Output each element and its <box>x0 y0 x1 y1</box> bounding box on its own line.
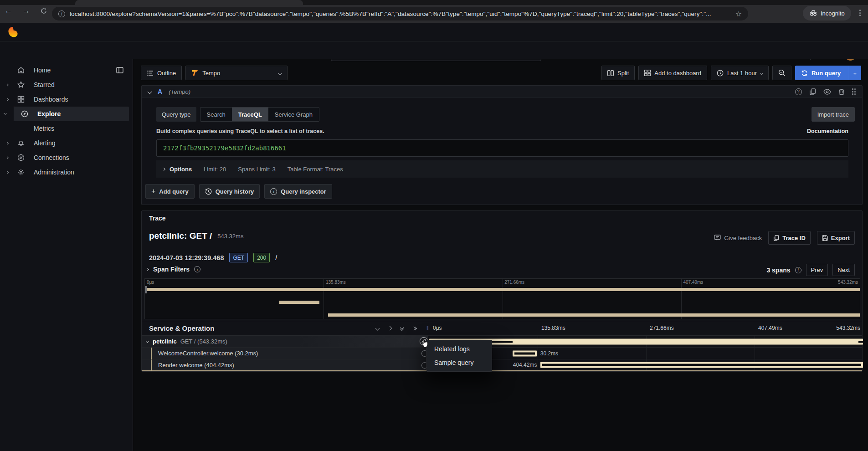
import-trace-button[interactable]: Import trace <box>812 107 855 122</box>
span-count: 3 spans <box>766 266 790 274</box>
minimap-tick: 407.49ms <box>683 280 703 285</box>
trace-panel: Trace petclinic: GET / 543.32ms Give fee… <box>141 210 863 372</box>
span-count-info-icon: i <box>795 267 801 273</box>
sidebar-item-dashboards[interactable]: Dashboards <box>0 92 133 107</box>
sidebar-label: Home <box>34 67 51 74</box>
minimap-tick: 0μs <box>147 280 154 285</box>
export-label: Export <box>831 235 850 241</box>
query-row-header[interactable]: A (Tempo) ? <box>142 86 862 98</box>
documentation-link[interactable]: Documentation <box>807 128 848 134</box>
give-feedback-label: Give feedback <box>724 235 762 241</box>
axis-tick: 271.66ms <box>650 325 674 331</box>
split-button[interactable]: Split <box>601 66 635 80</box>
next-label: Next <box>837 266 850 273</box>
sidebar-item-administration[interactable]: Administration <box>0 165 133 179</box>
tab-service-graph[interactable]: Service Graph <box>268 108 319 121</box>
add-query-button[interactable]: + Add query <box>145 184 195 199</box>
datasource-caret-icon <box>278 71 282 75</box>
outline-button[interactable]: Outline <box>141 66 182 80</box>
disable-query-eye-icon[interactable] <box>823 89 831 95</box>
tree-guide <box>151 359 152 370</box>
save-icon <box>822 235 828 241</box>
span-bar-end-overlay <box>858 341 863 343</box>
export-button[interactable]: Export <box>817 231 855 245</box>
browser-forward-icon[interactable]: → <box>22 7 30 15</box>
add-to-dashboard-button[interactable]: Add to dashboard <box>638 66 707 80</box>
grafana-logo[interactable] <box>7 26 19 38</box>
axis-tick: 407.49ms <box>758 325 782 331</box>
span-name: WelcomeController.welcome (30.2ms) <box>158 350 258 357</box>
browser-tab[interactable] <box>75 0 303 5</box>
dock-sidebar-icon[interactable] <box>116 67 123 74</box>
menu-item-sample-query[interactable]: Sample query <box>427 356 492 369</box>
zoom-out-button[interactable] <box>772 66 791 80</box>
span-bar[interactable] <box>429 338 863 344</box>
browser-url-bar[interactable]: i localhost:8000/explore?schemaVersion=1… <box>52 7 748 20</box>
sidebar-item-alerting[interactable]: Alerting <box>0 136 133 150</box>
sidebar-label: Explore <box>37 110 61 118</box>
span-bar[interactable] <box>513 350 537 356</box>
sidebar-item-connections[interactable]: Connections <box>0 150 133 165</box>
span-row-welcome-controller[interactable]: WelcomeController.welcome (30.2ms) 30.2m… <box>142 348 862 359</box>
alerting-bell-icon <box>14 139 28 147</box>
span-row-petclinic[interactable]: petclinic GET / (543.32ms) <box>142 336 862 348</box>
trace-duration: 543.32ms <box>217 233 243 240</box>
time-range-picker[interactable]: Last 1 hour <box>711 66 769 80</box>
bookmark-star-icon[interactable]: ☆ <box>735 10 742 18</box>
prev-button[interactable]: Prev <box>806 264 828 276</box>
sidebar-label: Alerting <box>34 139 55 147</box>
tab-traceql[interactable]: TraceQL <box>232 108 268 121</box>
browser-reload-icon[interactable] <box>40 7 47 15</box>
plus-icon: + <box>151 188 155 195</box>
expand-one-icon[interactable] <box>388 326 392 331</box>
next-button[interactable]: Next <box>832 264 855 276</box>
span-row-render-welcome[interactable]: Render welcome (404.42ms) 404.42ms <box>142 359 862 371</box>
sidebar-label: Metrics <box>34 125 54 132</box>
sidebar-item-metrics[interactable]: Metrics <box>0 121 133 136</box>
sidebar-item-explore[interactable]: Explore <box>14 107 129 121</box>
sidebar-item-starred[interactable]: Starred <box>0 77 133 92</box>
span-filters-chevron-icon[interactable] <box>146 267 149 271</box>
query-collapse-icon[interactable] <box>148 89 152 94</box>
collapse-all-icon[interactable] <box>401 326 403 330</box>
delete-query-trash-icon[interactable] <box>838 88 845 95</box>
trace-minimap[interactable]: 0μs 135.83ms 271.66ms 407.49ms 543.32ms <box>144 278 860 319</box>
administration-gear-icon <box>14 169 28 176</box>
browser-back-icon[interactable]: ← <box>5 7 12 15</box>
tempo-logo-icon <box>191 69 199 77</box>
query-type-label: Query type <box>156 107 196 122</box>
span-table-header: Service & Operation ‖ 0μs 135.83ms 271.6… <box>142 321 862 336</box>
duplicate-query-icon[interactable] <box>809 88 816 95</box>
collapse-one-icon[interactable] <box>375 326 380 331</box>
span-filters-label[interactable]: Span Filters <box>153 266 190 273</box>
browser-menu-icon[interactable] <box>859 10 861 16</box>
span-context-menu: Related logs Sample query <box>426 340 492 372</box>
sidebar-item-home[interactable]: Home <box>0 63 133 77</box>
info-icon: i <box>270 188 277 195</box>
sidebar-label: Starred <box>34 81 55 88</box>
row-collapse-icon[interactable] <box>146 340 149 343</box>
span-bar[interactable] <box>540 362 863 368</box>
menu-item-related-logs[interactable]: Related logs <box>427 342 492 356</box>
run-query-caret[interactable] <box>849 66 861 80</box>
sidebar-nav: Home Starred Dashboards <box>0 59 133 451</box>
query-options-row[interactable]: Options Limit: 20 Spans Limit: 3 Table F… <box>156 160 848 178</box>
options-limit: Limit: 20 <box>204 166 226 173</box>
minimap-range-handle[interactable] <box>145 286 147 293</box>
query-help-icon[interactable]: ? <box>795 88 802 95</box>
query-inspector-button[interactable]: i Query inspector <box>264 184 332 199</box>
give-feedback-link[interactable]: Give feedback <box>714 235 762 241</box>
datasource-picker[interactable]: Tempo <box>185 66 288 80</box>
column-resize-handle[interactable]: ‖ <box>426 325 429 331</box>
copy-icon <box>773 235 779 241</box>
run-query-button[interactable]: Run query <box>795 66 861 80</box>
tab-search[interactable]: Search <box>200 108 232 121</box>
expand-chevron-icon[interactable] <box>4 112 7 115</box>
trace-id-button[interactable]: Trace ID <box>768 231 811 245</box>
query-history-button[interactable]: Query history <box>199 184 260 199</box>
options-chevron-icon <box>162 167 165 170</box>
site-info-icon[interactable]: i <box>58 10 65 17</box>
traceql-query-input[interactable]: 2172f3fb29352179e5832fd2ab816661 <box>156 139 848 157</box>
expand-all-icon[interactable] <box>412 327 416 330</box>
drag-handle-icon[interactable] <box>852 88 856 95</box>
